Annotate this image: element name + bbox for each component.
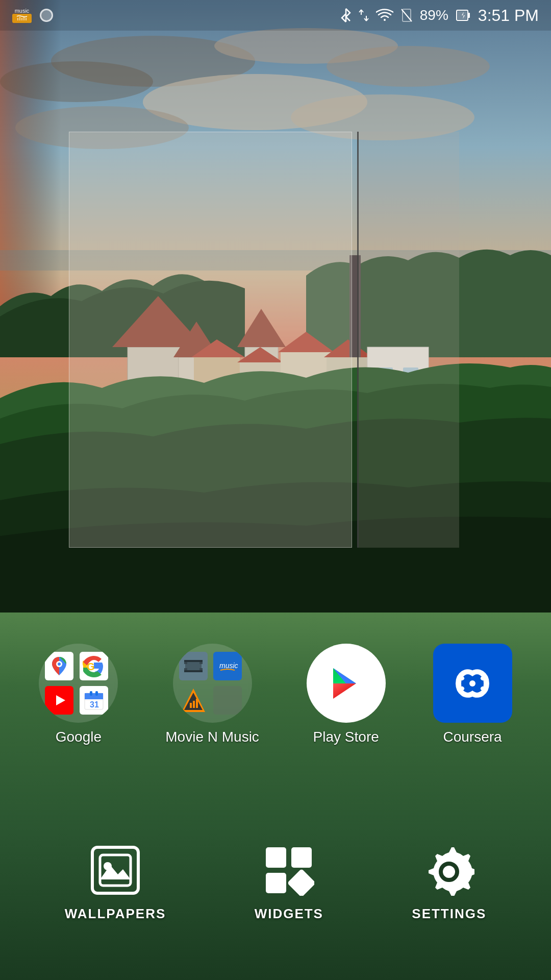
amazon-logo-icon: [16, 15, 28, 21]
status-bar: music: [0, 0, 551, 31]
status-right: 89% 3:51 PM: [340, 6, 539, 25]
google-folder-item[interactable]: G 31 Googl: [39, 644, 118, 745]
svg-rect-76: [291, 847, 312, 868]
vlc-icon: [179, 686, 208, 715]
widgets-button[interactable]: WIDGETS: [255, 845, 323, 922]
svg-rect-56: [184, 660, 203, 662]
movie-music-folder-icon[interactable]: music: [173, 644, 252, 723]
play-store-item[interactable]: Play Store: [307, 644, 386, 745]
google-calendar-icon: 31: [80, 686, 108, 715]
svg-rect-64: [196, 699, 198, 708]
bottom-bar: WALLPAPERS WIDGETS SETTINGS: [0, 786, 551, 980]
wifi-icon: [376, 9, 393, 22]
settings-label: SETTINGS: [412, 906, 486, 922]
wallpaper-preview-right: [357, 132, 459, 548]
svg-point-70: [469, 680, 475, 687]
svg-rect-54: [184, 668, 187, 670]
svg-rect-72: [100, 855, 131, 886]
svg-text:G: G: [87, 661, 95, 672]
svg-rect-63: [193, 701, 195, 708]
youtube-icon: [45, 686, 73, 715]
svg-text:music: music: [219, 662, 238, 670]
movie-icon: [179, 652, 208, 680]
svg-rect-46: [90, 691, 92, 696]
svg-rect-47: [95, 691, 98, 696]
svg-rect-53: [199, 662, 203, 664]
play-store-label: Play Store: [313, 729, 379, 745]
svg-rect-78: [287, 868, 314, 895]
sim-off-icon: [400, 8, 413, 22]
widgets-label: WIDGETS: [255, 906, 323, 922]
wallpapers-button[interactable]: WALLPAPERS: [65, 845, 166, 922]
wallpaper-preview-selected[interactable]: [69, 132, 352, 548]
status-left: music: [12, 8, 53, 23]
svg-rect-37: [468, 13, 470, 18]
google-folder-label: Google: [56, 729, 102, 745]
movie-music-folder-item[interactable]: music Movie N Music: [165, 644, 259, 745]
svg-rect-77: [266, 873, 286, 893]
bluetooth-icon: [340, 8, 352, 23]
wallpapers-icon: [90, 845, 141, 896]
data-transfer-icon: [359, 9, 369, 22]
wallpapers-label: WALLPAPERS: [65, 906, 166, 922]
google-folder-icon[interactable]: G 31: [39, 644, 118, 723]
svg-rect-55: [199, 668, 203, 670]
amazon-music-icon: music: [12, 8, 32, 23]
svg-rect-52: [184, 662, 187, 664]
notification-indicator: [40, 9, 53, 22]
svg-rect-45: [85, 693, 103, 699]
coursera-icon[interactable]: [433, 644, 512, 723]
battery-percentage: 89%: [420, 7, 448, 23]
svg-point-5: [327, 46, 490, 87]
settings-icon: [423, 845, 474, 896]
coursera-item[interactable]: Coursera: [433, 644, 512, 745]
battery-icon: [456, 8, 471, 23]
svg-rect-75: [266, 847, 286, 868]
svg-rect-57: [184, 670, 203, 672]
svg-marker-66: [333, 683, 356, 699]
svg-rect-62: [190, 703, 192, 708]
google-icon: G: [80, 652, 108, 680]
coursera-label: Coursera: [443, 729, 502, 745]
svg-point-3: [0, 61, 153, 102]
settings-button[interactable]: SETTINGS: [412, 845, 486, 922]
svg-point-40: [58, 663, 61, 666]
google-maps-icon: [45, 652, 73, 680]
svg-text:31: 31: [90, 700, 99, 709]
play-store-icon[interactable]: [307, 644, 386, 723]
widgets-icon: [263, 845, 314, 896]
amazon-music-app-icon: music: [213, 652, 242, 680]
placeholder-icon: [213, 686, 242, 715]
status-time: 3:51 PM: [478, 6, 539, 25]
movie-music-folder-label: Movie N Music: [165, 729, 259, 745]
svg-rect-51: [185, 661, 202, 671]
apps-row: G 31 Googl: [0, 644, 551, 745]
